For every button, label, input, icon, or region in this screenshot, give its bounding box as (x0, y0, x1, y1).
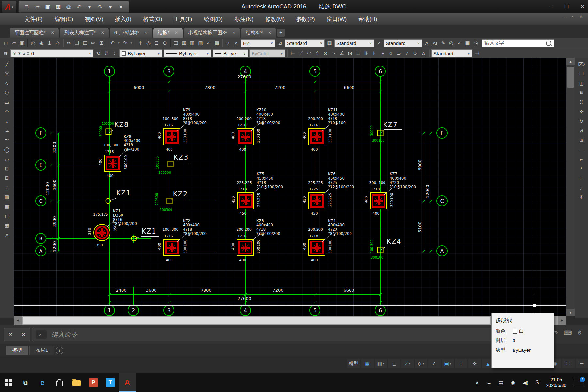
ellipse-arc-button[interactable]: ◡ (2, 155, 11, 163)
column-detail-label[interactable]: KZ4400x4004?20?8@100/200 (328, 219, 352, 236)
scroll-down-icon[interactable]: ▼ (566, 309, 575, 316)
taskbar-start-button[interactable] (0, 373, 17, 392)
grid-bubble[interactable]: F (35, 127, 46, 139)
action-center-icon[interactable]: 2 (574, 379, 583, 386)
dimension-text[interactable]: 6900 (417, 159, 422, 170)
copy-button[interactable]: ❐ (577, 70, 586, 78)
menu-视图V[interactable]: 视图(V) (79, 13, 109, 25)
drawing-tab[interactable]: 6，7#结构*✕ (110, 28, 152, 38)
stretch-button[interactable]: ⇲ (577, 136, 586, 144)
column-detail-label[interactable]: KZ10400x4004?18?8@100/200 (256, 108, 280, 125)
menu-编辑E[interactable]: 编辑(E) (49, 13, 79, 25)
polyline-segment[interactable] (14, 305, 566, 306)
edit-text-button[interactable]: ✎ (439, 39, 447, 47)
tool-palettes-button[interactable]: ▥ (188, 39, 196, 47)
menu-标注N[interactable]: 标注(N) (229, 13, 259, 25)
grid-bubble[interactable]: E (35, 159, 46, 171)
command-settings-icon[interactable]: ⚙ (577, 329, 582, 336)
offset-button[interactable]: ≋ (577, 89, 586, 97)
line-button[interactable]: ╱ (2, 60, 11, 69)
ordinate-button[interactable]: ⇳ (313, 49, 321, 57)
tab-model[interactable]: 模型 (6, 346, 28, 355)
offset-note[interactable]: 300100 (372, 139, 384, 142)
menu-工具T[interactable]: 工具(T) (169, 13, 198, 25)
dimension-text[interactable]: 7800 (201, 288, 211, 293)
mleader-style-icon[interactable]: ↗ (375, 39, 383, 47)
layer-combo[interactable]: ☉☀⊡□ 0∨ (10, 49, 93, 57)
table-button[interactable]: ▦ (2, 221, 11, 230)
menu-文件F[interactable]: 文件(F) (19, 13, 48, 25)
menu-修改M[interactable]: 修改(M) (260, 13, 290, 25)
publish-button[interactable]: ↥ (45, 39, 54, 47)
plot-button[interactable]: ⎙ (29, 39, 37, 47)
drawing-tab[interactable]: 列表大样注写*✕ (60, 28, 109, 38)
column-detail-label[interactable]: KZ7400x4004?20?10@100/200 (390, 172, 416, 189)
taskbar-edge-browser[interactable]: e (34, 373, 51, 392)
dimension-text[interactable]: 7800 (204, 85, 215, 90)
grid-line[interactable] (380, 76, 381, 305)
drawing-tab[interactable]: 平面注写圆柱*✕ (10, 28, 59, 38)
text-frame-button[interactable]: ▣ (464, 39, 472, 47)
column-marker[interactable] (167, 198, 173, 204)
vertical-scroll-thumb[interactable] (567, 67, 574, 88)
column-detail-label[interactable]: KZ8400x4004?18?8@100 (124, 135, 140, 152)
tray-network-icon[interactable]: ◉ (511, 380, 515, 386)
table-style-icon[interactable]: ▦ (325, 39, 334, 47)
region-button[interactable]: ◻ (2, 212, 11, 220)
grid-bubble[interactable]: 5 (309, 66, 320, 77)
drawing-tab[interactable]: 小视结构施工图3*✕ (184, 28, 240, 38)
properties-button[interactable]: ▤ (172, 39, 180, 47)
insert-block-button[interactable]: ⊡ (2, 164, 11, 173)
dimension-text[interactable]: 1200 (52, 241, 57, 252)
text-style-icon[interactable]: A (232, 39, 240, 47)
grid-line[interactable] (431, 133, 431, 251)
scroll-right-icon[interactable]: ► (558, 316, 566, 325)
maximize-icon[interactable]: ☐ (564, 4, 569, 9)
polyline-segment[interactable] (533, 58, 533, 305)
make-block-button[interactable]: ⊞ (2, 174, 11, 182)
linetype-combo[interactable]: ByLayer∨ (164, 49, 211, 57)
dimension-text[interactable]: 5100 (417, 221, 422, 232)
design-center-button[interactable]: ▦ (180, 39, 188, 47)
dimension-text-edit-button[interactable]: A (419, 49, 428, 57)
polyline-segment[interactable] (537, 58, 537, 305)
taskbar-clock[interactable]: 21:052020/5/30 (546, 377, 566, 388)
continue-button[interactable]: ⊪ (362, 49, 370, 57)
column-detail-label[interactable]: KZ2400x4004?18?8@100/200 (183, 219, 207, 236)
grid-bubble[interactable]: 4 (240, 305, 251, 316)
tray-cloud-icon[interactable]: ☁ (486, 380, 491, 386)
grid-line[interactable] (51, 133, 51, 251)
ellipse-button[interactable]: ◯ (2, 145, 11, 154)
close-icon[interactable]: ✕ (580, 4, 585, 9)
new-drawing-tab-button[interactable]: + (277, 29, 285, 37)
column-detail-label[interactable]: KZ5450x4504?18?10@100/200 (257, 172, 283, 189)
pan-button[interactable]: ✛ (136, 39, 144, 47)
grid-bubble[interactable]: A (35, 245, 46, 256)
grid-line[interactable] (169, 76, 169, 305)
grid-bubble[interactable]: C (35, 195, 46, 206)
offset-note[interactable]: 100 300 (370, 239, 374, 253)
fillet-button[interactable]: ◞ (577, 183, 586, 192)
dimension-text[interactable]: 12000 (45, 182, 50, 195)
command-tools-icon[interactable]: ⚒ (21, 332, 25, 337)
arc-button[interactable]: ◠ (2, 107, 11, 116)
multiline-text-button[interactable]: AI (431, 39, 439, 47)
drawing-tab[interactable]: 结构3#*✕ (241, 28, 276, 38)
tab-close-icon[interactable]: ✕ (232, 30, 236, 35)
tray-volume-icon[interactable]: ◀) (522, 380, 528, 386)
status-grid-display[interactable]: ▦ (361, 359, 374, 368)
multiline-text-button[interactable]: A (2, 231, 11, 239)
undo-list-button[interactable]: ▾ (117, 39, 121, 47)
scroll-left-icon[interactable]: ◄ (14, 316, 22, 325)
dimension-text[interactable]: 6600 (344, 85, 354, 90)
help-button[interactable]: ? (224, 39, 232, 47)
color-combo[interactable]: ByLayer∨ (119, 49, 162, 57)
dimension-text[interactable]: 27600 (237, 74, 251, 79)
status-object-snap-tracking[interactable]: ∠ (428, 359, 441, 368)
plot-preview-button[interactable]: ◉ (37, 39, 45, 47)
markup-button[interactable]: ✓ (204, 39, 213, 47)
grid-line[interactable] (58, 133, 59, 251)
grid-bubble[interactable]: F (436, 127, 448, 139)
quick-calc-button[interactable]: ▩ (213, 39, 221, 47)
column-label[interactable]: KZ3 (174, 154, 188, 161)
